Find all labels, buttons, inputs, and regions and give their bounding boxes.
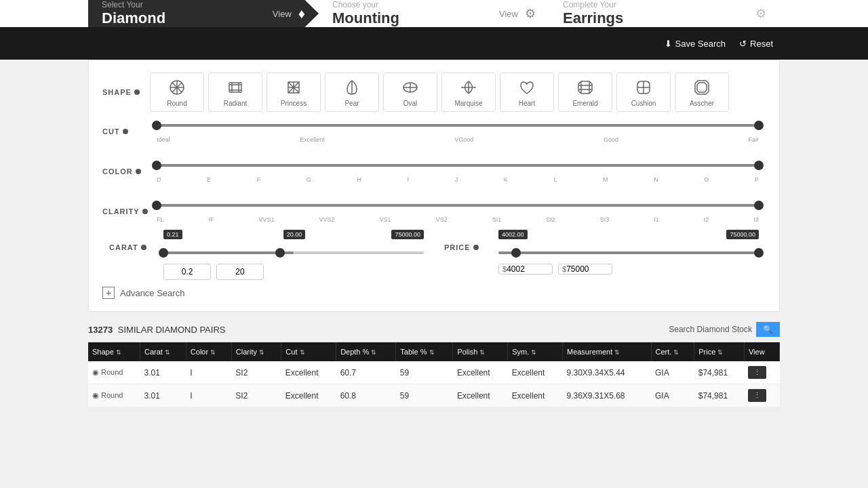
color-thumb-left[interactable] — [152, 161, 161, 170]
svg-marker-21 — [578, 81, 592, 94]
shape-asscher[interactable]: Asscher — [675, 73, 729, 112]
clarity-thumb-left[interactable] — [152, 201, 161, 210]
shape-pear-label: Pear — [344, 100, 359, 107]
carat-thumb-right[interactable] — [275, 248, 285, 258]
results-section: 13273 SIMILAR DIAMOND PAIRS Search Diamo… — [88, 322, 780, 407]
price-thumb-right[interactable] — [754, 248, 764, 258]
carat-thumb-left[interactable] — [159, 248, 168, 258]
shape-buttons: Round Radiant — [150, 73, 766, 112]
col-price: Price ⇅ — [694, 342, 745, 361]
carat-label: CARAT — [109, 230, 157, 251]
clarity-label: CLARITY — [102, 207, 150, 216]
shape-princess-label: Princess — [281, 100, 307, 107]
col-shape: Shape ⇅ — [88, 342, 140, 361]
price-min-bubble: 4002.00 — [498, 230, 528, 239]
save-icon: ⬇ — [665, 39, 672, 49]
shape-heart[interactable]: Heart — [500, 73, 554, 112]
search-stock-label: Search Diamond Stock — [669, 325, 752, 334]
carat-min-bubble: 0.21 — [163, 230, 182, 239]
shape-radiant[interactable]: Radiant — [208, 73, 262, 112]
step-mounting-view[interactable]: View — [499, 9, 518, 19]
color-info-dot — [136, 169, 141, 174]
carat-info-dot — [141, 245, 146, 250]
shape-princess[interactable]: Princess — [267, 73, 321, 112]
color-thumb-right[interactable] — [754, 161, 764, 170]
advance-search-label: Advance Search — [120, 288, 184, 298]
table-row: ◉ Round 3.01 I SI2 Excellent 60.7 59 Exc… — [88, 361, 780, 384]
price-max-bubble: 75000.00 — [726, 230, 759, 239]
col-sym: Sym. ⇅ — [508, 342, 563, 361]
cut-thumb-left[interactable] — [152, 121, 161, 130]
step-diamond-title: Diamond — [102, 9, 273, 27]
col-measurement: Measurement ⇅ — [562, 342, 651, 361]
shape-round-label: Round — [167, 100, 186, 107]
shape-info-dot — [134, 89, 140, 95]
view-row-2-button[interactable]: ⋮ — [748, 389, 766, 402]
col-view: View — [744, 342, 779, 361]
col-carat: Carat ⇅ — [140, 342, 186, 361]
col-polish: Polish ⇅ — [453, 342, 508, 361]
step-earrings-label: Complete Your — [563, 0, 755, 9]
svg-rect-5 — [229, 83, 241, 92]
price-label: PRICE — [444, 230, 492, 251]
shape-cushion[interactable]: Cushion — [616, 73, 671, 112]
step-mounting[interactable]: Choose your Mounting View ⚙ — [319, 0, 549, 27]
color-label: COLOR — [102, 167, 150, 176]
step-earrings[interactable]: Complete Your Earrings ⚙ — [549, 0, 780, 27]
col-color: Color ⇅ — [186, 342, 231, 361]
clarity-info-dot — [142, 209, 148, 214]
search-stock-button[interactable]: 🔍 — [756, 322, 780, 337]
step-earrings-title: Earrings — [563, 9, 755, 27]
advance-search-icon: + — [102, 287, 115, 299]
shape-radiant-label: Radiant — [224, 100, 247, 107]
svg-line-29 — [637, 81, 639, 83]
col-table: Table % ⇅ — [396, 342, 453, 361]
save-search-button[interactable]: ⬇ Save Search — [665, 39, 726, 49]
results-count: 13273 SIMILAR DIAMOND PAIRS — [88, 325, 225, 335]
diamond-icon: ♦ — [298, 6, 305, 22]
reset-icon: ↺ — [739, 39, 747, 49]
price-info-dot — [473, 245, 479, 250]
carat-max-input[interactable] — [216, 264, 264, 280]
table-row: ◉ Round 3.01 I SI2 Excellent 60.8 59 Exc… — [88, 384, 780, 407]
shape-oval-label: Oval — [403, 100, 418, 107]
svg-marker-32 — [697, 83, 707, 92]
shape-emerald[interactable]: Emerald — [558, 73, 612, 112]
svg-line-30 — [648, 81, 650, 83]
mounting-icon: ⚙ — [525, 6, 536, 21]
col-cert: Cert. ⇅ — [651, 342, 694, 361]
view-row-1-button[interactable]: ⋮ — [748, 366, 766, 379]
step-diamond[interactable]: Select Your Diamond View ♦ — [88, 0, 319, 27]
results-header: 13273 SIMILAR DIAMOND PAIRS Search Diamo… — [88, 322, 780, 337]
shape-heart-label: Heart — [519, 100, 535, 107]
shape-pear[interactable]: Pear — [325, 73, 379, 112]
cut-label: CUT — [102, 127, 150, 136]
shape-marquise[interactable]: Marquise — [441, 73, 496, 112]
shape-asscher-label: Asscher — [690, 100, 714, 107]
step-mounting-title: Mounting — [332, 9, 499, 27]
cut-thumb-right[interactable] — [754, 121, 764, 130]
carat-max-bubble: 75000.00 — [391, 230, 424, 239]
carat-mid-bubble: 20.00 — [283, 230, 306, 239]
col-depth: Depth % ⇅ — [336, 342, 396, 361]
shape-cushion-label: Cushion — [631, 100, 656, 107]
price-thumb-left[interactable] — [511, 248, 521, 258]
earrings-icon: ⚙ — [755, 6, 766, 21]
advance-search-button[interactable]: + Advance Search — [102, 287, 766, 299]
step-diamond-label: Select Your — [102, 0, 273, 9]
diamond-table: Shape ⇅ Carat ⇅ Color ⇅ Clarity ⇅ Cut ⇅ … — [88, 342, 780, 407]
col-cut: Cut ⇅ — [281, 342, 336, 361]
step-mounting-label: Choose your — [332, 0, 499, 9]
shape-emerald-label: Emerald — [572, 100, 597, 107]
price-min-input[interactable] — [507, 264, 544, 274]
shape-filter: Round Radiant — [150, 73, 766, 112]
shape-marquise-label: Marquise — [454, 100, 482, 107]
shape-round[interactable]: Round — [150, 73, 204, 112]
clarity-thumb-right[interactable] — [754, 201, 764, 210]
carat-min-input[interactable] — [163, 264, 211, 280]
col-clarity: Clarity ⇅ — [231, 342, 281, 361]
price-max-input[interactable] — [566, 264, 604, 274]
step-diamond-view[interactable]: View — [273, 9, 292, 19]
reset-button[interactable]: ↺ Reset — [739, 39, 773, 49]
shape-oval[interactable]: Oval — [383, 73, 437, 112]
